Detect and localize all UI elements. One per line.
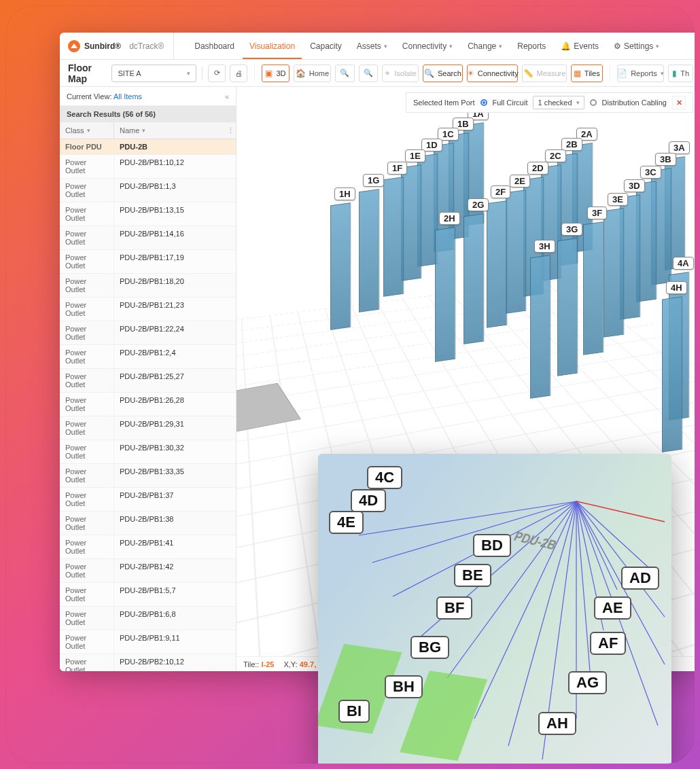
rack-label-3E[interactable]: 3E xyxy=(608,193,628,206)
inset-rack-label-AF[interactable]: AF xyxy=(590,632,626,655)
rack-label-3D[interactable]: 3D xyxy=(624,179,645,192)
table-row[interactable]: Power OutletPDU-2B/PB1:1,3 xyxy=(60,179,236,202)
rack-label-1G[interactable]: 1G xyxy=(363,174,384,187)
table-row[interactable]: Power OutletPDU-2B/PB2:10,12 xyxy=(60,654,236,671)
nav-connectivity[interactable]: Connectivity▾ xyxy=(396,33,459,59)
close-filter-button[interactable]: ✕ xyxy=(672,96,686,109)
rack-label-4A[interactable]: 4A xyxy=(673,257,694,270)
three-d-button[interactable]: ▣3D xyxy=(262,65,290,82)
rack-label-2B[interactable]: 2B xyxy=(561,138,582,151)
table-row[interactable]: Power OutletPDU-2B/PB1:33,35 xyxy=(60,464,236,488)
rack-label-1H[interactable]: 1H xyxy=(334,187,355,200)
search-button[interactable]: 🔍Search xyxy=(423,65,463,82)
table-row[interactable]: Power OutletPDU-2B/PB1:13,15 xyxy=(60,202,236,226)
zoom-in-button[interactable]: 🔍 xyxy=(335,65,355,82)
col-name[interactable]: Name▾ xyxy=(114,122,225,139)
inset-rack-label-BI[interactable]: BI xyxy=(338,700,370,723)
inset-rack-label-BE[interactable]: BE xyxy=(454,564,491,587)
checked-select[interactable]: 1 checked▾ xyxy=(533,96,584,109)
table-row[interactable]: Power OutletPDU-2B/PB1:2,4 xyxy=(60,345,236,369)
nav-capacity[interactable]: Capacity xyxy=(303,33,349,59)
inset-rack-label-AH[interactable]: AH xyxy=(538,712,576,735)
collapse-sidebar-button[interactable]: « xyxy=(225,92,229,101)
inset-rack-label-BG[interactable]: BG xyxy=(410,636,449,659)
table-row[interactable]: Power OutletPDU-2B/PB1:26,28 xyxy=(60,393,236,416)
print-button[interactable]: 🖨 xyxy=(230,65,247,82)
radio-full-circuit[interactable] xyxy=(480,99,487,106)
current-view-value[interactable]: All Items xyxy=(113,92,142,101)
row-name: PDU-2B/PB1:41 xyxy=(114,535,236,558)
row-name: PDU-2B/PB1:29,31 xyxy=(114,416,236,440)
inset-rack-label-AE[interactable]: AE xyxy=(594,596,631,620)
table-row[interactable]: Power OutletPDU-2B/PB1:37 xyxy=(60,488,236,512)
tiles-button[interactable]: ▦Tiles xyxy=(571,65,603,82)
rack-label-2D[interactable]: 2D xyxy=(527,162,548,175)
col-class[interactable]: Class▾ xyxy=(60,122,114,139)
rack-label-2F[interactable]: 2F xyxy=(491,185,510,198)
rack-label-4H[interactable]: 4H xyxy=(666,281,687,294)
table-row[interactable]: Power OutletPDU-2B/PB1:17,19 xyxy=(60,250,236,274)
results-rows[interactable]: Floor PDUPDU-2BPower OutletPDU-2B/PB1:10… xyxy=(60,139,236,671)
rack-label-2G[interactable]: 2G xyxy=(468,198,489,211)
site-select[interactable]: SITE A ▾ xyxy=(111,65,196,82)
rack-block xyxy=(435,227,455,362)
connectivity-button[interactable]: ☀Connectivity xyxy=(467,65,518,82)
radio-distribution-cabling[interactable] xyxy=(590,99,597,106)
row-name: PDU-2B/PB1:37 xyxy=(114,488,236,511)
rack-label-2H[interactable]: 2H xyxy=(439,212,460,225)
table-row[interactable]: Power OutletPDU-2B/PB1:10,12 xyxy=(60,155,236,179)
inset-rack-label-4C[interactable]: 4C xyxy=(367,466,402,489)
table-row[interactable]: Power OutletPDU-2B/PB1:18,20 xyxy=(60,274,236,298)
row-name: PDU-2B/PB1:9,11 xyxy=(114,630,236,654)
zoom-out-button[interactable]: 🔍 xyxy=(359,65,379,82)
table-row[interactable]: Power OutletPDU-2B/PB1:41 xyxy=(60,535,236,559)
rack-label-3F[interactable]: 3F xyxy=(587,207,607,219)
rack-label-1E[interactable]: 1E xyxy=(405,149,425,162)
rack-label-2E[interactable]: 2E xyxy=(510,175,530,187)
page-title: Floor Map xyxy=(65,62,107,84)
table-row[interactable]: Power OutletPDU-2B/PB1:25,27 xyxy=(60,369,236,393)
nav-change[interactable]: Change▾ xyxy=(461,33,509,59)
home-button[interactable]: 🏠Home xyxy=(294,65,331,82)
rack-block xyxy=(330,202,351,330)
table-row[interactable]: Power OutletPDU-2B/PB1:42 xyxy=(60,559,236,583)
inset-rack-label-BH[interactable]: BH xyxy=(385,675,423,698)
nav-visualization[interactable]: Visualization xyxy=(243,33,302,59)
reports-dropdown[interactable]: 📄Reports▾ xyxy=(617,65,665,82)
table-row[interactable]: Power OutletPDU-2B/PB1:29,31 xyxy=(60,416,236,440)
rack-label-3B[interactable]: 3B xyxy=(655,153,676,166)
chevron-down-icon: ▾ xyxy=(499,43,502,50)
table-row[interactable]: Power OutletPDU-2B/PB1:5,7 xyxy=(60,583,236,607)
table-row[interactable]: Floor PDUPDU-2B xyxy=(60,139,236,155)
rack-label-3G[interactable]: 3G xyxy=(561,223,582,236)
table-row[interactable]: Power OutletPDU-2B/PB1:9,11 xyxy=(60,630,236,654)
zoom-in-icon: 🔍 xyxy=(340,69,349,77)
measure-button[interactable]: 📏Measure xyxy=(522,65,566,82)
nav-reports[interactable]: Reports xyxy=(510,33,553,59)
nav-assets[interactable]: Assets▾ xyxy=(350,33,394,59)
thermal-button[interactable]: ▮Th xyxy=(668,65,693,82)
rack-label-1F[interactable]: 1F xyxy=(387,162,407,175)
col-menu-button[interactable]: ⋮ xyxy=(225,122,236,139)
rack-label-3C[interactable]: 3C xyxy=(640,166,661,179)
table-row[interactable]: Power OutletPDU-2B/PB1:14,16 xyxy=(60,226,236,250)
inset-rack-label-4E[interactable]: 4E xyxy=(329,511,364,534)
inset-rack-label-AD[interactable]: AD xyxy=(621,567,659,590)
rack-label-3H[interactable]: 3H xyxy=(534,240,555,253)
table-row[interactable]: Power OutletPDU-2B/PB1:38 xyxy=(60,512,236,535)
inset-rack-label-BD[interactable]: BD xyxy=(473,534,511,557)
table-row[interactable]: Power OutletPDU-2B/PB1:21,23 xyxy=(60,298,236,321)
table-row[interactable]: Power OutletPDU-2B/PB1:6,8 xyxy=(60,607,236,630)
inset-rack-label-AG[interactable]: AG xyxy=(568,671,607,694)
inset-rack-label-4D[interactable]: 4D xyxy=(351,489,386,512)
rack-label-2C[interactable]: 2C xyxy=(545,149,566,162)
table-row[interactable]: Power OutletPDU-2B/PB1:30,32 xyxy=(60,440,236,464)
row-class: Power Outlet xyxy=(60,488,114,511)
nav-settings[interactable]: ⚙Settings▾ xyxy=(607,33,666,59)
nav-dashboard[interactable]: Dashboard xyxy=(188,33,241,59)
inset-rack-label-BF[interactable]: BF xyxy=(436,596,472,620)
refresh-button[interactable]: ⟳ xyxy=(208,65,226,82)
isolate-button[interactable]: ✦Isolate xyxy=(382,65,419,82)
table-row[interactable]: Power OutletPDU-2B/PB1:22,24 xyxy=(60,321,236,345)
nav-events[interactable]: 🔔Events xyxy=(554,33,606,59)
